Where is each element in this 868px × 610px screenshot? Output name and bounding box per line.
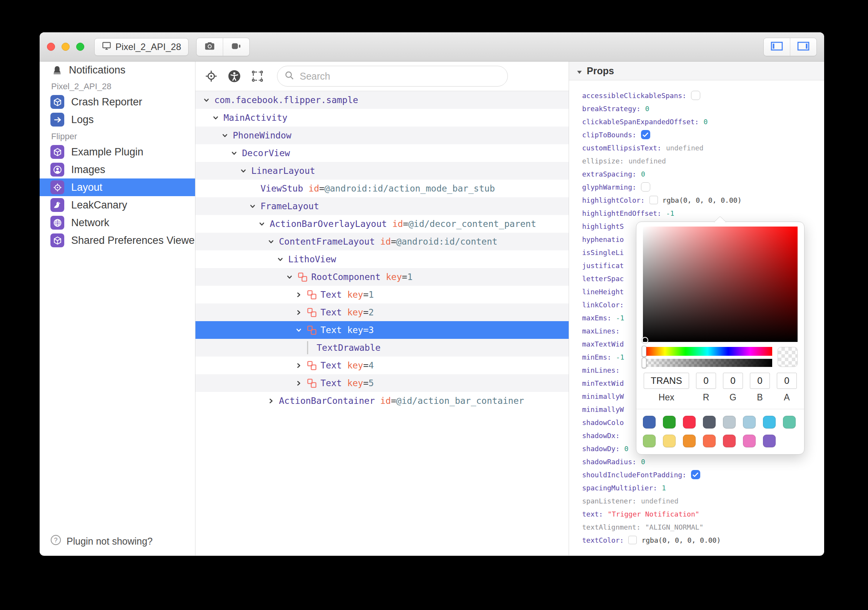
- device-selector-button[interactable]: Pixel_2_API_28: [94, 38, 189, 56]
- chevron-right-icon[interactable]: [294, 362, 303, 369]
- blue-input[interactable]: [750, 373, 770, 389]
- prop-value: 1: [662, 484, 666, 492]
- search-bar[interactable]: [277, 66, 508, 87]
- alpha-label: A: [784, 392, 790, 403]
- tree-node-actionbaroverlaylayout[interactable]: ActionBarOverlayLayoutid=@id/decor_conte…: [195, 215, 569, 233]
- sidebar-item-layout[interactable]: Layout: [40, 178, 195, 196]
- chevron-down-icon[interactable]: [229, 150, 239, 157]
- alpha-slider-handle[interactable]: [642, 358, 646, 368]
- chevron-right-icon[interactable]: [266, 398, 275, 404]
- minimize-button[interactable]: [62, 43, 70, 51]
- tree-node-textdrawable[interactable]: TextDrawable: [195, 339, 569, 357]
- tree-node-name: Text: [320, 307, 342, 317]
- accessibility-icon[interactable]: [228, 70, 241, 83]
- hex-input[interactable]: [644, 373, 689, 389]
- sidebar-item-shared-preferences-viewer[interactable]: Shared Preferences Viewer: [40, 232, 195, 249]
- chevron-down-icon[interactable]: [211, 115, 220, 121]
- color-swatch[interactable]: [703, 435, 716, 447]
- capture-segment: [196, 38, 250, 56]
- props-header[interactable]: Props: [569, 62, 824, 80]
- color-swatch[interactable]: [643, 435, 656, 447]
- sidebar-item-crash-reporter[interactable]: Crash Reporter: [40, 93, 195, 111]
- chevron-down-icon[interactable]: [257, 221, 266, 227]
- prop-checkbox[interactable]: [691, 470, 700, 479]
- tree-node-framelayout[interactable]: FrameLayout: [195, 197, 569, 215]
- alpha-slider[interactable]: [643, 359, 772, 367]
- color-swatch[interactable]: [723, 416, 736, 428]
- prop-value: -1: [666, 209, 674, 217]
- tree-node-actionbarcontainer[interactable]: ActionBarContainerid=@id/action_bar_cont…: [195, 392, 569, 410]
- color-swatch[interactable]: [683, 416, 696, 428]
- chevron-down-icon[interactable]: [294, 327, 303, 333]
- plugin-not-showing-link[interactable]: ? Plugin not showing?: [50, 535, 153, 548]
- tree-node-linearlayout[interactable]: LinearLayout: [195, 162, 569, 180]
- search-input[interactable]: [299, 70, 501, 82]
- color-swatch[interactable]: [763, 435, 776, 447]
- chevron-down-icon[interactable]: [275, 256, 285, 263]
- chevron-down-icon[interactable]: [248, 203, 257, 210]
- chevron-right-icon[interactable]: [294, 292, 303, 298]
- tree-node-attribute: key=1: [386, 272, 412, 282]
- sidebar-item-images[interactable]: Images: [40, 161, 195, 178]
- chevron-down-icon[interactable]: [220, 132, 229, 139]
- color-swatch[interactable]: [703, 416, 716, 428]
- hue-slider-handle[interactable]: [642, 346, 646, 357]
- prop-checkbox[interactable]: [641, 182, 650, 192]
- tree-node-mainactivity[interactable]: MainActivity: [195, 109, 569, 127]
- alpha-input[interactable]: [777, 373, 797, 389]
- sidebar-item-label: Notifications: [69, 64, 125, 76]
- chevron-down-icon[interactable]: [266, 238, 275, 245]
- prop-key: hyphenatio: [582, 235, 624, 243]
- prop-key: accessibleClickableSpans:: [582, 92, 686, 100]
- chevron-right-icon[interactable]: [294, 380, 303, 387]
- color-swatch[interactable]: [763, 416, 776, 428]
- color-swatch[interactable]: [663, 416, 676, 428]
- tree-node-text[interactable]: Textkey=4: [195, 357, 569, 374]
- saturation-marker[interactable]: [642, 337, 648, 343]
- chevron-down-icon[interactable]: [239, 168, 248, 174]
- toggle-right-panel-button[interactable]: [790, 38, 816, 56]
- tree-node-text[interactable]: Textkey=3: [195, 321, 569, 339]
- tree-node-viewstub[interactable]: ViewStubid=@android:id/action_mode_bar_s…: [195, 180, 569, 197]
- color-swatch[interactable]: [643, 416, 656, 428]
- select-element-icon[interactable]: [251, 70, 264, 83]
- prop-checkbox[interactable]: [641, 130, 650, 139]
- toggle-left-panel-button[interactable]: [764, 38, 790, 56]
- sidebar-item-example-plugin[interactable]: Example Plugin: [40, 143, 195, 161]
- color-swatch[interactable]: [723, 435, 736, 447]
- red-input[interactable]: [696, 373, 716, 389]
- tree-node-com-facebook-flipper-sample[interactable]: com.facebook.flipper.sample: [195, 91, 569, 109]
- target-mode-icon[interactable]: [205, 70, 218, 83]
- video-camera-icon: [231, 42, 242, 52]
- prop-color-chip[interactable]: [649, 196, 658, 204]
- color-swatch[interactable]: [683, 435, 696, 447]
- tree-node-text[interactable]: Textkey=5: [195, 374, 569, 392]
- sidebar-item-notifications[interactable]: Notifications: [40, 62, 195, 78]
- chevron-down-icon[interactable]: [202, 97, 211, 103]
- tree-node-contentframelayout[interactable]: ContentFrameLayoutid=@android:id/content: [195, 233, 569, 250]
- tree-node-lithoview[interactable]: LithoView: [195, 250, 569, 268]
- sidebar-item-logs[interactable]: Logs: [40, 111, 195, 128]
- tree-node-text[interactable]: Textkey=2: [195, 303, 569, 321]
- sidebar-item-network[interactable]: Network: [40, 214, 195, 232]
- chevron-down-icon[interactable]: [285, 274, 294, 280]
- green-input[interactable]: [723, 373, 743, 389]
- screen-record-button[interactable]: [223, 38, 249, 56]
- tree-node-rootcomponent[interactable]: RootComponentkey=1: [195, 268, 569, 286]
- chevron-right-icon[interactable]: [294, 309, 303, 316]
- tree-node-text[interactable]: Textkey=1: [195, 286, 569, 303]
- saturation-area[interactable]: [643, 227, 798, 342]
- color-swatch[interactable]: [743, 435, 756, 447]
- zoom-button[interactable]: [76, 43, 84, 51]
- color-swatch[interactable]: [743, 416, 756, 428]
- tree-node-phonewindow[interactable]: PhoneWindow: [195, 127, 569, 144]
- prop-color-chip[interactable]: [628, 536, 637, 544]
- color-swatch[interactable]: [663, 435, 676, 447]
- tree-node-decorview[interactable]: DecorView: [195, 144, 569, 162]
- color-swatch[interactable]: [783, 416, 796, 428]
- screenshot-button[interactable]: [197, 38, 223, 56]
- prop-checkbox[interactable]: [691, 91, 700, 100]
- hue-slider[interactable]: [643, 347, 772, 356]
- close-button[interactable]: [47, 43, 55, 51]
- sidebar-item-leakcanary[interactable]: LeakCanary: [40, 196, 195, 214]
